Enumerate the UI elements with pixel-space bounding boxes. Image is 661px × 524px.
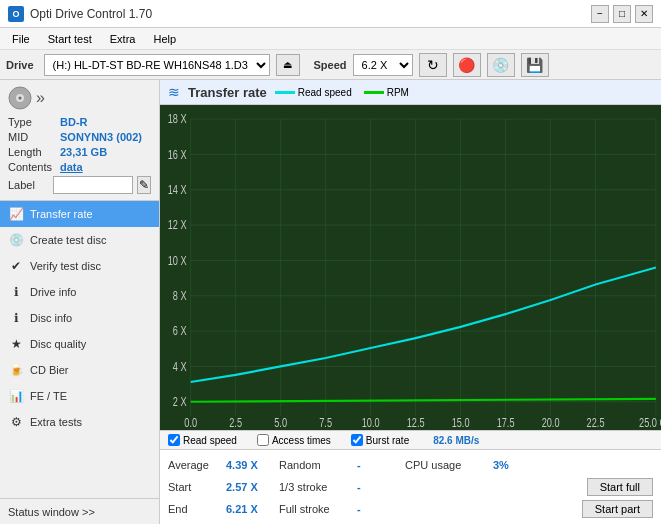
menu-help[interactable]: Help [145,31,184,47]
disc-contents-row: Contents data [8,161,151,173]
chart-icon: ≋ [168,84,180,100]
toolbar-btn-1[interactable]: 🔴 [453,53,481,77]
disc-arrow-icon[interactable]: » [36,89,45,107]
svg-text:2 X: 2 X [173,395,187,409]
close-button[interactable]: ✕ [635,5,653,23]
type-label: Type [8,116,60,128]
length-value: 23,31 GB [60,146,107,158]
label-input[interactable] [53,176,133,194]
start-label: Start [168,481,218,493]
minimize-button[interactable]: − [591,5,609,23]
chart-legend: Read speed RPM [275,87,409,98]
stats-row-average: Average 4.39 X Random - CPU usage 3% [168,454,653,476]
svg-text:12.5: 12.5 [407,416,425,430]
svg-text:20.0: 20.0 [542,416,560,430]
label-btn[interactable]: ✎ [137,176,151,194]
burst-rate-checkbox-label[interactable]: Burst rate [351,434,409,446]
contents-label: Contents [8,161,60,173]
svg-text:15.0: 15.0 [452,416,470,430]
extra-tests-icon: ⚙ [8,414,24,430]
menu-bar: File Start test Extra Help [0,28,661,50]
nav-disc-quality[interactable]: ★ Disc quality [0,331,159,357]
svg-text:5.0: 5.0 [274,416,287,430]
menu-file[interactable]: File [4,31,38,47]
legend-read-speed-color [275,91,295,94]
maximize-button[interactable]: □ [613,5,631,23]
full-stroke-value: - [357,503,397,515]
legend-rpm-label: RPM [387,87,409,98]
refresh-button[interactable]: ↻ [419,53,447,77]
nav-verify-test-disc[interactable]: ✔ Verify test disc [0,253,159,279]
svg-text:16 X: 16 X [168,147,187,161]
legend-rpm: RPM [364,87,409,98]
disc-header: » [8,86,151,110]
contents-value[interactable]: data [60,161,83,173]
start-full-button[interactable]: Start full [587,478,653,496]
nav-fe-te[interactable]: 📊 FE / TE [0,383,159,409]
disc-info-icon: ℹ [8,310,24,326]
stats-row-start: Start 2.57 X 1/3 stroke - Start full [168,476,653,498]
status-window-button[interactable]: Status window >> [0,498,159,524]
nav-disc-info-label: Disc info [30,312,72,324]
nav-disc-info[interactable]: ℹ Disc info [0,305,159,331]
nav-cd-bier[interactable]: 🍺 CD Bier [0,357,159,383]
nav-drive-info[interactable]: ℹ Drive info [0,279,159,305]
svg-text:7.5: 7.5 [319,416,332,430]
save-button[interactable]: 💾 [521,53,549,77]
nav-extra-tests[interactable]: ⚙ Extra tests [0,409,159,435]
create-disc-icon: 💿 [8,232,24,248]
length-label: Length [8,146,60,158]
full-stroke-label: Full stroke [279,503,349,515]
drive-label: Drive [6,59,34,71]
burst-rate-checkbox[interactable] [351,434,363,446]
transfer-rate-icon: 📈 [8,206,24,222]
random-label: Random [279,459,349,471]
sidebar: » Type BD-R MID SONYNN3 (002) Length 23,… [0,80,160,524]
disc-icon [8,86,32,110]
app-title: Opti Drive Control 1.70 [30,7,152,21]
cpu-label: CPU usage [405,459,485,471]
read-speed-checkbox[interactable] [168,434,180,446]
menu-extra[interactable]: Extra [102,31,144,47]
menu-start-test[interactable]: Start test [40,31,100,47]
content-area: ≋ Transfer rate Read speed RPM [160,80,661,524]
nav-fe-te-label: FE / TE [30,390,67,402]
end-label: End [168,503,218,515]
drive-toolbar: Drive (H:) HL-DT-ST BD-RE WH16NS48 1.D3 … [0,50,661,80]
access-times-checkbox-label[interactable]: Access times [257,434,331,446]
speed-label: Speed [314,59,347,71]
svg-text:8 X: 8 X [173,289,187,303]
toolbar-btn-2[interactable]: 💿 [487,53,515,77]
svg-text:25.0 GB: 25.0 GB [639,416,661,430]
random-value: - [357,459,397,471]
app-logo: O [8,6,24,22]
nav-verify-test-disc-label: Verify test disc [30,260,101,272]
start-value: 2.57 X [226,481,271,493]
legend-read-speed: Read speed [275,87,352,98]
status-window-label: Status window >> [8,506,95,518]
eject-button[interactable]: ⏏ [276,54,300,76]
start-part-button[interactable]: Start part [582,500,653,518]
cd-bier-icon: 🍺 [8,362,24,378]
read-speed-checkbox-label[interactable]: Read speed [168,434,237,446]
speed-select[interactable]: 6.2 X [353,54,413,76]
drive-info-icon: ℹ [8,284,24,300]
disc-length-row: Length 23,31 GB [8,146,151,158]
fe-te-icon: 📊 [8,388,24,404]
drive-select[interactable]: (H:) HL-DT-ST BD-RE WH16NS48 1.D3 [44,54,270,76]
access-times-checkbox-text: Access times [272,435,331,446]
svg-point-2 [19,97,22,100]
svg-text:18 X: 18 X [168,112,187,126]
access-times-checkbox[interactable] [257,434,269,446]
nav-create-test-disc[interactable]: 💿 Create test disc [0,227,159,253]
nav-transfer-rate[interactable]: 📈 Transfer rate [0,201,159,227]
end-value: 6.21 X [226,503,271,515]
disc-type-row: Type BD-R [8,116,151,128]
read-speed-checkbox-text: Read speed [183,435,237,446]
svg-text:12 X: 12 X [168,218,187,232]
disc-quality-icon: ★ [8,336,24,352]
burst-rate-checkbox-text: Burst rate [366,435,409,446]
svg-text:10 X: 10 X [168,253,187,267]
nav-cd-bier-label: CD Bier [30,364,69,376]
title-bar: O Opti Drive Control 1.70 − □ ✕ [0,0,661,28]
